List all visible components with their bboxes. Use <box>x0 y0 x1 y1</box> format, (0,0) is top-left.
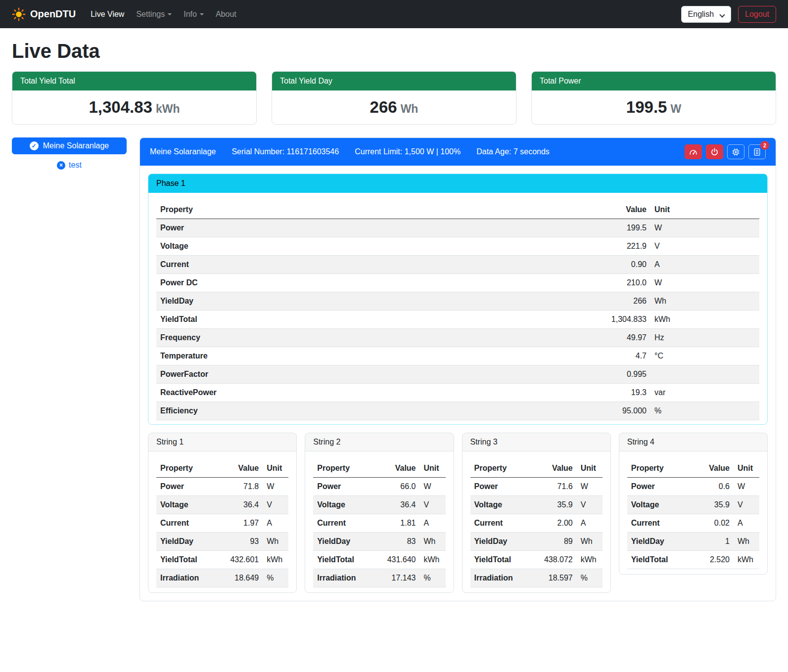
value-cell: 199.5 <box>452 219 650 237</box>
property-cell: Temperature <box>156 347 452 365</box>
inverter-actions: 2 <box>685 144 766 159</box>
value-cell: 66.0 <box>373 478 420 496</box>
column-header-property: Property <box>313 459 373 478</box>
language-select[interactable]: English <box>681 6 731 23</box>
value-cell: 0.6 <box>692 478 734 496</box>
summary-card-title: Total Yield Total <box>12 72 256 90</box>
unit-cell: V <box>263 496 288 514</box>
value-cell: 89 <box>530 533 577 551</box>
table-row: Voltage 36.4 V <box>156 496 288 514</box>
chevron-down-icon <box>168 13 172 15</box>
summary-unit: W <box>670 102 681 115</box>
property-cell: YieldDay <box>470 533 530 551</box>
power-icon <box>710 148 719 156</box>
string-title: String 2 <box>305 433 453 451</box>
nav-settings[interactable]: Settings <box>130 6 178 23</box>
value-cell: 36.4 <box>216 496 263 514</box>
property-cell: YieldDay <box>313 533 373 551</box>
table-row: Irradiation 17.143 % <box>313 569 445 587</box>
phase-card: Phase 1 Property Value Unit <box>148 174 768 425</box>
table-row: Voltage 35.9 V <box>627 496 759 514</box>
value-cell: 17.143 <box>373 569 420 587</box>
table-row: ReactivePower 19.3 var <box>156 384 759 402</box>
table-row: Irradiation 18.597 % <box>470 569 603 587</box>
value-cell: 210.0 <box>452 274 650 292</box>
unit-cell: kWh <box>263 551 288 569</box>
unit-cell: V <box>650 237 759 256</box>
unit-cell: A <box>734 514 759 533</box>
cpu-icon <box>732 148 740 156</box>
table-row: YieldTotal 438.072 kWh <box>470 551 603 569</box>
language-select-value: English <box>688 10 714 18</box>
summary-card-title: Total Power <box>532 72 776 90</box>
summary-card-total-power: Total Power 199.5W <box>531 71 776 125</box>
property-cell: Voltage <box>313 496 373 514</box>
unit-cell: W <box>650 219 759 237</box>
table-row: Power 71.8 W <box>156 478 288 496</box>
property-cell: Voltage <box>627 496 692 514</box>
sun-icon <box>12 7 26 21</box>
string-card-body: Property Value Unit Power <box>305 451 453 592</box>
unit-cell: Wh <box>734 533 759 551</box>
unit-cell: kWh <box>577 551 603 569</box>
value-cell: 18.597 <box>530 569 577 587</box>
property-cell: Current <box>313 514 373 533</box>
nav-info[interactable]: Info <box>178 6 210 23</box>
column-header-property: Property <box>156 459 216 478</box>
unit-cell: W <box>420 478 446 496</box>
unit-cell: Wh <box>420 533 446 551</box>
table-row: Efficiency 95.000 % <box>156 402 759 420</box>
table-row: Voltage 221.9 V <box>156 237 759 256</box>
unit-cell: A <box>263 514 288 533</box>
content-row: ✓ Meine Solaranlage × test Meine Solaran… <box>12 137 776 601</box>
nav-about[interactable]: About <box>210 6 242 23</box>
journal-icon <box>753 148 761 156</box>
nav-about-label: About <box>216 10 236 19</box>
unit-cell: % <box>577 569 603 587</box>
property-cell: Power <box>156 478 216 496</box>
table-row: YieldTotal 1,304.833 kWh <box>156 311 759 329</box>
unit-cell: Wh <box>650 292 759 311</box>
table-row: Voltage 35.9 V <box>470 496 603 514</box>
summary-value: 1,304.83 <box>89 98 152 116</box>
table-header-row: Property Value Unit <box>156 459 288 478</box>
limit-settings-button[interactable] <box>685 144 702 159</box>
phase-title: Phase 1 <box>148 174 767 193</box>
navbar-left: OpenDTU Live View Settings Info About <box>12 6 242 23</box>
brand-link[interactable]: OpenDTU <box>12 7 76 21</box>
table-header-row: Property Value Unit <box>156 201 759 219</box>
summary-card-title: Total Yield Day <box>272 72 516 90</box>
nav-live-view-label: Live View <box>91 10 124 19</box>
unit-cell: Wh <box>263 533 288 551</box>
summary-card-total-yield-total: Total Yield Total 1,304.83kWh <box>12 71 257 125</box>
logout-button[interactable]: Logout <box>738 6 776 23</box>
unit-cell: % <box>263 569 288 587</box>
property-cell: Efficiency <box>156 402 452 420</box>
nav-live-view[interactable]: Live View <box>85 6 130 23</box>
column-header-unit: Unit <box>734 459 759 478</box>
column-header-value: Value <box>530 459 577 478</box>
property-cell: Current <box>470 514 530 533</box>
table-row: YieldTotal 431.640 kWh <box>313 551 445 569</box>
summary-unit: kWh <box>156 102 180 115</box>
table-row: YieldTotal 432.601 kWh <box>156 551 288 569</box>
power-toggle-button[interactable] <box>706 144 723 159</box>
table-row: YieldDay 1 Wh <box>627 533 759 551</box>
value-cell: 432.601 <box>216 551 263 569</box>
value-cell: 2.00 <box>530 514 577 533</box>
inverter-select-button[interactable]: ✓ Meine Solaranlage <box>12 137 127 154</box>
event-log-button[interactable]: 2 <box>748 144 766 159</box>
table-row: Current 1.97 A <box>156 514 288 533</box>
property-cell: YieldDay <box>627 533 692 551</box>
device-info-button[interactable] <box>727 144 744 159</box>
inverter-current-limit: Current Limit: 1,500 W | 100% <box>355 147 461 156</box>
unit-cell: V <box>420 496 446 514</box>
table-row: YieldDay 93 Wh <box>156 533 288 551</box>
value-cell: 83 <box>373 533 420 551</box>
property-cell: Current <box>156 256 452 274</box>
value-cell: 1.81 <box>373 514 420 533</box>
summary-card-body: 266Wh <box>272 90 516 124</box>
nav-settings-label: Settings <box>136 10 165 19</box>
property-cell: Power <box>156 219 452 237</box>
inverter-item-test[interactable]: × test <box>12 161 127 170</box>
